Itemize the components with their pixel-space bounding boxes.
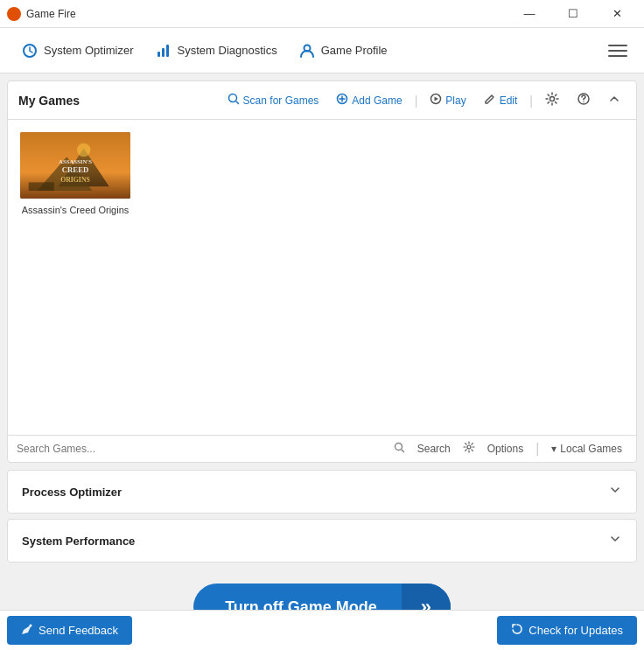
sep-2: | (529, 94, 533, 108)
system-performance-section: System Performance (7, 519, 637, 563)
svg-text:ASSASSIN'S: ASSASSIN'S (59, 158, 92, 164)
games-title: My Games (18, 94, 215, 108)
process-optimizer-title: Process Optimizer (22, 486, 608, 499)
add-game-button[interactable]: Add Game (331, 89, 407, 111)
svg-rect-1 (158, 52, 160, 57)
add-icon (336, 93, 348, 108)
options-button[interactable]: Options (482, 441, 528, 457)
gear-icon (545, 92, 559, 108)
svg-rect-2 (162, 48, 164, 57)
game-art: ASSASSIN'S CREED ORIGINS (20, 130, 130, 200)
play-label: Play (445, 94, 466, 107)
hamburger-menu-button[interactable] (602, 35, 634, 66)
system-performance-title: System Performance (22, 535, 608, 548)
games-header: My Games Scan for Games Add Game | (8, 81, 636, 120)
help-icon (577, 92, 591, 108)
title-bar: Game Fire — ☐ ✕ (0, 0, 644, 28)
svg-marker-8 (435, 97, 439, 101)
svg-point-16 (77, 143, 91, 157)
nav-optimizer-label: System Optimizer (44, 44, 134, 57)
local-games-label: Local Games (560, 443, 622, 455)
dropdown-icon: ▾ (551, 443, 556, 455)
process-optimizer-section: Process Optimizer (7, 470, 637, 514)
search-icon-small (394, 441, 405, 457)
hamburger-line-1 (608, 45, 627, 46)
game-item[interactable]: ASSASSIN'S CREED ORIGINS Assassin's Cree… (18, 130, 132, 215)
maximize-button[interactable]: ☐ (553, 0, 593, 28)
app-title: Game Fire (26, 8, 509, 20)
nav-diagnostics-label: System Diagnostics (178, 44, 277, 57)
search-button[interactable]: Search (412, 441, 456, 457)
collapse-button[interactable] (603, 89, 626, 111)
svg-point-23 (30, 625, 32, 627)
search-icon (228, 93, 240, 108)
edit-button[interactable]: Edit (479, 89, 523, 111)
send-feedback-button[interactable]: Send Feedback (7, 616, 132, 645)
svg-point-11 (583, 101, 584, 102)
gear-icon-options (463, 441, 475, 457)
system-performance-header[interactable]: System Performance (8, 520, 636, 562)
svg-rect-3 (166, 45, 169, 57)
edit-icon (484, 93, 496, 108)
scan-label: Scan for Games (243, 94, 319, 107)
add-label: Add Game (352, 94, 402, 107)
hamburger-line-3 (608, 55, 627, 57)
svg-text:ORIGINS: ORIGINS (60, 176, 90, 184)
feedback-icon (21, 623, 33, 638)
chevron-up-icon (608, 93, 620, 108)
game-thumbnail: ASSASSIN'S CREED ORIGINS (18, 130, 132, 200)
search-input[interactable] (17, 443, 387, 455)
nav-system-diagnostics[interactable]: System Diagnostics (144, 35, 288, 66)
search-label: Search (417, 443, 451, 455)
options-label: Options (487, 443, 523, 455)
search-separator: | (536, 441, 539, 457)
svg-point-9 (550, 97, 555, 101)
profile-icon (298, 42, 316, 59)
update-icon (511, 623, 523, 638)
update-label: Check for Updates (528, 624, 623, 637)
games-search-bar: Search Options | ▾ Local Games (8, 435, 636, 462)
games-grid: ASSASSIN'S CREED ORIGINS Assassin's Cree… (8, 120, 636, 435)
feedback-label: Send Feedback (38, 624, 118, 637)
process-optimizer-header[interactable]: Process Optimizer (8, 471, 636, 513)
svg-point-21 (467, 445, 471, 449)
nav-profile-label: Game Profile (321, 44, 388, 57)
svg-rect-15 (29, 182, 54, 191)
app-icon (7, 7, 21, 21)
play-button[interactable]: Play (424, 89, 471, 111)
edit-label: Edit (500, 94, 518, 107)
bottom-bar: Send Feedback Check for Updates (0, 610, 644, 650)
minimize-button[interactable]: — (509, 0, 550, 28)
game-name: Assassin's Creed Origins (22, 205, 130, 215)
sep-1: | (415, 94, 418, 108)
close-button[interactable]: ✕ (597, 0, 637, 28)
hamburger-line-2 (608, 50, 627, 52)
play-icon (430, 93, 442, 108)
optimizer-icon (21, 42, 38, 59)
local-games-button[interactable]: ▾ Local Games (546, 441, 627, 457)
check-for-updates-button[interactable]: Check for Updates (497, 616, 637, 645)
window-controls: — ☐ ✕ (509, 0, 637, 28)
nav-game-profile[interactable]: Game Profile (288, 35, 398, 66)
svg-text:CREED: CREED (62, 165, 89, 174)
help-button[interactable] (571, 88, 596, 112)
svg-point-5 (228, 94, 236, 102)
games-panel: My Games Scan for Games Add Game | (7, 80, 637, 463)
chevron-down-icon-1 (608, 483, 622, 500)
svg-point-20 (395, 444, 402, 451)
scan-for-games-button[interactable]: Scan for Games (222, 89, 325, 111)
chevron-down-icon-2 (608, 532, 622, 549)
nav-bar: System Optimizer System Diagnostics Game… (0, 28, 644, 73)
nav-system-optimizer[interactable]: System Optimizer (10, 35, 144, 66)
diagnostics-icon (155, 42, 172, 59)
settings-button[interactable] (540, 88, 564, 112)
game-thumbnail-bg: ASSASSIN'S CREED ORIGINS (20, 132, 130, 199)
